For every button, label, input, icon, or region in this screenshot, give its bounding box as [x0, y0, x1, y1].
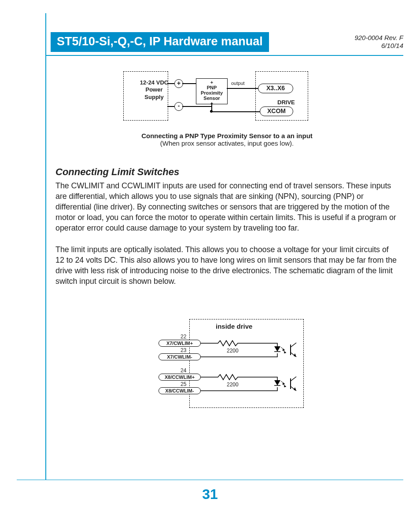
power-supply-label: 12-24 VDC Power Supply: [136, 79, 172, 101]
drive-label: DRIVE: [277, 99, 295, 106]
svg-line-17: [291, 377, 296, 381]
pnp-sensor-box: + PNP Proximity Sensor –: [196, 78, 228, 104]
rev-info: 920-0004 Rev. F 6/10/14: [354, 34, 403, 50]
pnp-sensor-diagram: 12-24 VDC Power Supply DRIVE + - + PNP P…: [123, 66, 308, 128]
svg-marker-10: [274, 380, 280, 385]
rev-date: 6/10/14: [354, 42, 403, 50]
pin-22-num: 22: [181, 334, 186, 340]
pin-25-num: 25: [181, 381, 186, 387]
paragraph-2: The limit inputs are optically isolated.…: [55, 244, 398, 286]
resistor-1-value: 2200: [227, 348, 239, 354]
limit-switch-schematic: inside drive 22 X7/CWLIM+ 23 X7/CWLIM- 2…: [163, 319, 304, 411]
page-number: 31: [0, 486, 420, 503]
xcom-terminal: XCOM: [260, 106, 293, 116]
sensor-label: PNP Proximity Sensor: [196, 85, 227, 101]
manual-title: ST5/10-Si,-Q,-C, IP Hardware manual: [51, 32, 269, 52]
resistor-2-value: 2200: [227, 382, 239, 388]
limit-switch-section: Connecting Limit Switches The CWLIMIT an…: [55, 166, 398, 297]
pin-23-num: 23: [181, 347, 186, 353]
diagram1-caption-bold: Connecting a PNP Type Proximity Sensor t…: [51, 132, 403, 139]
svg-marker-0: [274, 346, 280, 352]
pin-23-label: X7/CWLIM-: [158, 353, 201, 360]
x3-x6-terminal: X3..X6: [258, 84, 293, 93]
minus-terminal-icon: -: [174, 102, 183, 111]
pin-22-label: X7/CWLIM+: [158, 340, 201, 347]
rev-line: 920-0004 Rev. F: [354, 34, 403, 42]
diagram1-caption-sub: (When prox sensor activates, input goes …: [51, 139, 403, 147]
pin-25-label: X8/CCWLIM-: [158, 387, 201, 394]
output-label: output: [231, 81, 245, 86]
inside-drive-label: inside drive: [216, 323, 252, 330]
pin-24-num: 24: [181, 367, 186, 374]
plus-terminal-icon: +: [174, 79, 183, 88]
sensor-plus: +: [196, 80, 227, 85]
svg-line-7: [291, 343, 296, 347]
paragraph-1: The CWLIMIT and CCWLIMIT inputs are used…: [55, 180, 398, 234]
section-heading: Connecting Limit Switches: [55, 166, 398, 178]
sensor-minus: –: [196, 101, 227, 106]
pin-24-label: X8/CCWLIM+: [158, 374, 201, 381]
